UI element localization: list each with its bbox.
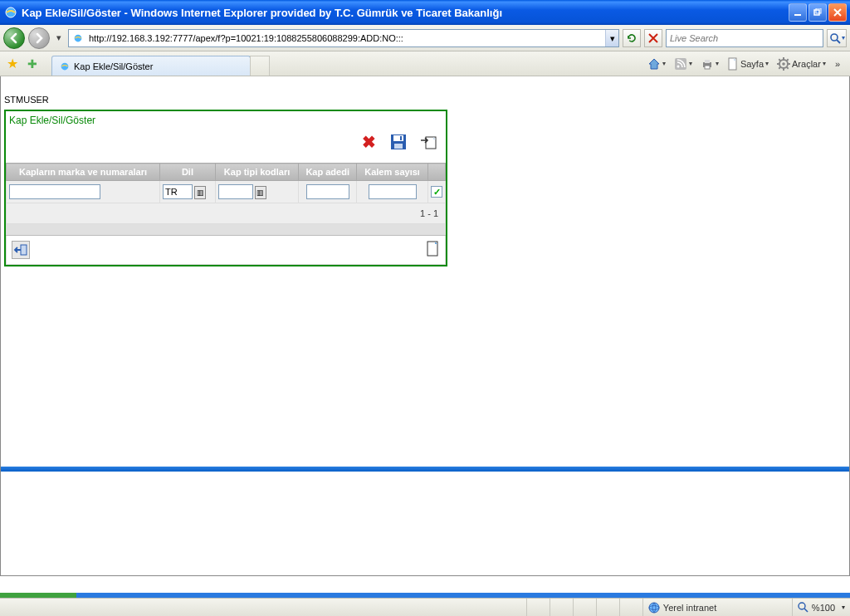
new-tab-button[interactable] bbox=[250, 56, 270, 76]
svg-rect-25 bbox=[393, 135, 403, 141]
svg-line-23 bbox=[787, 59, 789, 61]
table-row: ▥ ▥ ✓ bbox=[7, 181, 446, 203]
svg-line-22 bbox=[779, 66, 780, 68]
kapadedi-input[interactable] bbox=[306, 184, 349, 199]
svg-point-9 bbox=[677, 65, 679, 67]
minimize-button[interactable] bbox=[789, 3, 807, 22]
tab-active[interactable]: Kap Ekle/Sil/Göster bbox=[51, 56, 251, 76]
security-zone[interactable]: Yerel intranet bbox=[642, 599, 792, 616]
command-bar: ▾ ▾ ▾ Sayfa▾ Araçlar▾ » bbox=[645, 56, 847, 72]
close-button[interactable] bbox=[828, 3, 847, 22]
svg-rect-12 bbox=[705, 66, 710, 69]
kap-grid: Kapların marka ve numaraları Dil Kap tip… bbox=[6, 163, 446, 265]
tab-bar: ★ ✚ Kap Ekle/Sil/Göster ▾ ▾ ▾ Sayfa▾ Ara… bbox=[0, 51, 850, 76]
svg-point-5 bbox=[831, 34, 838, 41]
kaptipi-input[interactable] bbox=[218, 184, 253, 199]
svg-rect-3 bbox=[816, 8, 821, 13]
col-dil: Dil bbox=[160, 164, 216, 181]
status-cell-empty bbox=[573, 599, 596, 616]
save-icon[interactable] bbox=[389, 133, 408, 151]
zoom-icon bbox=[798, 602, 808, 613]
return-icon[interactable] bbox=[12, 241, 30, 259]
print-button[interactable]: ▾ bbox=[698, 56, 721, 72]
row-checkbox[interactable]: ✓ bbox=[431, 186, 442, 198]
favorites-button[interactable]: ★ bbox=[3, 55, 22, 73]
kalemsayisi-input[interactable] bbox=[369, 184, 417, 199]
zone-label: Yerel intranet bbox=[663, 603, 716, 613]
page-menu[interactable]: Sayfa▾ bbox=[725, 56, 771, 72]
panel-title: Kap Ekle/Sil/Göster bbox=[6, 111, 446, 128]
delete-icon[interactable]: ✖ bbox=[359, 133, 378, 151]
svg-point-15 bbox=[782, 62, 785, 66]
status-cell-empty bbox=[619, 599, 642, 616]
window-titlebar: Kap Ekle/Sil/Göster - Windows Internet E… bbox=[0, 0, 850, 25]
svg-line-20 bbox=[779, 59, 780, 61]
address-input[interactable] bbox=[87, 31, 605, 46]
page-content: STMUSER Kap Ekle/Sil/Göster ✖ Kapların m… bbox=[0, 76, 850, 576]
col-kalemsayisi: Kalem sayısı bbox=[357, 164, 428, 181]
toolbar-overflow[interactable]: » bbox=[835, 59, 840, 69]
dil-input[interactable] bbox=[163, 184, 193, 199]
col-kapadedi: Kap adedi bbox=[299, 164, 357, 181]
restore-button[interactable] bbox=[808, 3, 827, 22]
separator-bar bbox=[1, 467, 849, 472]
ie-logo-icon bbox=[3, 5, 18, 20]
svg-point-33 bbox=[799, 603, 805, 609]
nav-history-dropdown[interactable]: ▾ bbox=[53, 32, 65, 43]
zoom-control[interactable]: %100 ▾ bbox=[792, 599, 850, 616]
kap-panel: Kap Ekle/Sil/Göster ✖ Kapların marka ve … bbox=[4, 110, 447, 266]
window-controls bbox=[789, 3, 847, 22]
marka-input[interactable] bbox=[9, 184, 100, 199]
new-page-icon[interactable] bbox=[427, 241, 440, 257]
window-title: Kap Ekle/Sil/Göster - Windows Internet E… bbox=[22, 7, 789, 19]
stop-button[interactable] bbox=[644, 29, 662, 47]
address-bar: ▾ bbox=[68, 29, 619, 47]
svg-rect-11 bbox=[705, 60, 710, 63]
zoom-label: %100 bbox=[812, 603, 835, 613]
svg-line-34 bbox=[804, 609, 808, 612]
page-icon bbox=[71, 32, 85, 45]
ie-tab-icon bbox=[59, 61, 71, 72]
status-cell-empty bbox=[526, 599, 550, 616]
add-favorites-button[interactable]: ✚ bbox=[23, 55, 42, 73]
search-button[interactable]: ▾ bbox=[827, 29, 847, 47]
svg-rect-1 bbox=[794, 14, 801, 16]
export-icon[interactable] bbox=[419, 133, 437, 151]
refresh-button[interactable] bbox=[623, 29, 641, 47]
svg-rect-2 bbox=[814, 10, 819, 15]
svg-line-6 bbox=[837, 40, 840, 43]
back-button[interactable] bbox=[3, 27, 25, 49]
globe-icon bbox=[648, 602, 660, 614]
search-input[interactable] bbox=[667, 33, 823, 43]
user-label: STMUSER bbox=[4, 95, 49, 105]
dil-lov-button[interactable]: ▥ bbox=[194, 186, 206, 199]
nav-toolbar: ▾ ▾ ▾ bbox=[0, 25, 850, 51]
kaptipi-lov-button[interactable]: ▥ bbox=[255, 186, 266, 199]
home-button[interactable]: ▾ bbox=[645, 56, 668, 72]
col-kaptipi: Kap tipi kodları bbox=[215, 164, 298, 181]
svg-rect-26 bbox=[394, 144, 403, 149]
feeds-button[interactable]: ▾ bbox=[672, 56, 695, 72]
status-bar: Yerel intranet %100 ▾ bbox=[0, 598, 850, 616]
forward-button[interactable] bbox=[28, 27, 50, 49]
page-menu-label: Sayfa bbox=[740, 59, 764, 69]
search-box bbox=[666, 29, 823, 47]
svg-rect-29 bbox=[21, 245, 27, 255]
tools-menu-label: Araçlar bbox=[792, 59, 821, 69]
tab-label: Kap Ekle/Sil/Göster bbox=[74, 61, 153, 71]
svg-rect-27 bbox=[400, 136, 402, 140]
address-dropdown[interactable]: ▾ bbox=[605, 30, 618, 46]
tools-menu[interactable]: Araçlar▾ bbox=[774, 56, 828, 72]
col-marka: Kapların marka ve numaraları bbox=[7, 164, 160, 181]
status-cell-empty bbox=[550, 599, 573, 616]
svg-point-31 bbox=[649, 603, 659, 613]
svg-line-21 bbox=[787, 66, 789, 68]
status-cell-empty bbox=[596, 599, 619, 616]
pager-text: 1 - 1 bbox=[7, 203, 446, 224]
